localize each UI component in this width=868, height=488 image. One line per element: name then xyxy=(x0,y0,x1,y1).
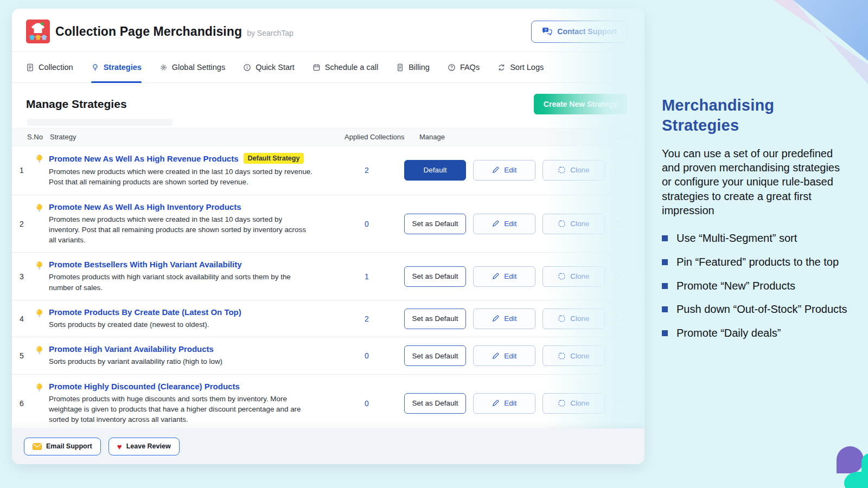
lightbulb-icon xyxy=(35,203,44,246)
clone-button[interactable]: Clone xyxy=(542,309,605,329)
strategy-link[interactable]: Promote Highly Discounted (Clearance) Pr… xyxy=(49,382,240,391)
clone-button[interactable]: Clone xyxy=(542,214,605,234)
app-header: Collection Page Merchandising by SearchT… xyxy=(12,9,644,52)
row-number: 5 xyxy=(12,351,31,360)
app-byline: by SearchTap xyxy=(247,29,293,37)
leave-review-button[interactable]: ♥ Leave Review xyxy=(108,438,180,455)
pencil-icon xyxy=(492,272,500,280)
strategy-link[interactable]: Promote High Variant Availability Produc… xyxy=(49,344,214,354)
document-icon xyxy=(26,63,34,72)
applied-collections-count[interactable]: 0 xyxy=(365,399,369,408)
row-number: 2 xyxy=(12,220,31,228)
set-as-default-button[interactable]: Set as Default xyxy=(404,393,466,414)
sidebar-heading: Merchandising Strategies xyxy=(662,95,849,135)
clone-button[interactable]: Clone xyxy=(542,266,605,287)
strategy-description: Sorts products by created date (newest t… xyxy=(49,319,241,330)
app-logo-icon xyxy=(26,20,50,43)
calendar-icon xyxy=(312,63,321,72)
trash-icon[interactable] xyxy=(613,165,622,175)
trash-icon[interactable] xyxy=(613,314,622,323)
email-support-button[interactable]: Email Support xyxy=(24,438,101,455)
edit-button[interactable]: Edit xyxy=(473,309,535,329)
clone-button[interactable]: Clone xyxy=(542,393,605,414)
lightbulb-icon xyxy=(91,63,99,72)
contact-support-label: Contact Support xyxy=(557,27,617,36)
strategy-link[interactable]: Promote Products By Create Date (Latest … xyxy=(49,307,241,317)
column-header-applied: Applied Collections xyxy=(344,133,419,141)
clone-icon xyxy=(558,272,566,280)
strategy-link[interactable]: Promote Bestsellers With High Variant Av… xyxy=(49,260,242,269)
lightbulb-icon xyxy=(35,382,44,425)
tab-quick-start[interactable]: Quick Start xyxy=(243,52,295,82)
set-as-default-button[interactable]: Set as Default xyxy=(404,345,466,366)
applied-collections-count[interactable]: 2 xyxy=(365,166,369,175)
pencil-icon xyxy=(492,314,500,323)
trash-icon[interactable] xyxy=(613,351,622,361)
lightbulb-icon xyxy=(35,308,44,330)
heart-icon: ♥ xyxy=(117,442,122,451)
app-card: Collection Page Merchandising by SearchT… xyxy=(12,9,644,464)
searchtap-logo-petal-teal xyxy=(844,472,868,488)
strategy-description: Promotes products with huge discounts an… xyxy=(49,394,314,425)
manage-strategies-heading: Manage Strategies xyxy=(26,98,127,111)
sync-icon xyxy=(497,63,506,72)
row-number: 4 xyxy=(12,314,31,323)
set-as-default-button[interactable]: Set as Default xyxy=(404,266,466,287)
default-strategy-badge: Default Strategy xyxy=(244,153,304,164)
scroll-track xyxy=(27,119,173,126)
applied-collections-count[interactable]: 0 xyxy=(365,220,369,228)
clone-icon xyxy=(558,399,566,407)
clone-button[interactable]: Clone xyxy=(542,345,605,366)
edit-button[interactable]: Edit xyxy=(473,160,535,181)
tab-bar: Collection Strategies Global Settings Qu… xyxy=(12,52,644,83)
sidebar-bullet: Push down “Out-of-Stock” Products xyxy=(662,302,849,317)
create-new-strategy-button[interactable]: Create New Strategy xyxy=(534,94,627,114)
applied-collections-count[interactable]: 0 xyxy=(365,351,369,360)
table-row: 2 Promote New As Well As High Inventory … xyxy=(12,195,644,253)
strategy-description: Promotes new products which were created… xyxy=(49,166,314,188)
tab-billing[interactable]: Billing xyxy=(396,52,430,82)
marketing-sidebar: Merchandising Strategies You can use a s… xyxy=(662,95,849,350)
sidebar-bullet-list: Use “Multi-Segment” sort Pin “Featured” … xyxy=(662,231,849,341)
edit-button[interactable]: Edit xyxy=(473,214,535,234)
tab-strategies[interactable]: Strategies xyxy=(91,52,142,82)
tab-faqs[interactable]: FAQs xyxy=(448,52,480,82)
lightbulb-icon xyxy=(35,345,44,367)
corner-ribbon-decoration xyxy=(760,0,868,87)
tab-sort-logs[interactable]: Sort Logs xyxy=(497,52,544,82)
sidebar-bullet: Use “Multi-Segment” sort xyxy=(662,231,849,246)
tab-collection[interactable]: Collection xyxy=(26,52,73,82)
sidebar-bullet: Promote “Daily deals” xyxy=(662,326,849,341)
strategy-link[interactable]: Promote New As Well As High Revenue Prod… xyxy=(49,154,239,163)
svg-text:?: ? xyxy=(545,28,547,32)
applied-collections-count[interactable]: 2 xyxy=(365,314,369,323)
clone-icon xyxy=(558,352,566,360)
contact-support-button[interactable]: ? Contact Support xyxy=(531,21,627,43)
clone-button[interactable]: Clone xyxy=(542,160,605,181)
edit-button[interactable]: Edit xyxy=(473,393,535,414)
default-button[interactable]: Default xyxy=(404,160,466,181)
strategy-link[interactable]: Promote New As Well As High Inventory Pr… xyxy=(49,202,241,211)
strategy-description: Sorts products by variant availability r… xyxy=(49,356,222,367)
info-icon xyxy=(243,63,251,72)
applied-collections-count[interactable]: 1 xyxy=(365,272,369,281)
tab-schedule-a-call[interactable]: Schedule a call xyxy=(312,52,378,82)
tab-global-settings[interactable]: Global Settings xyxy=(159,52,225,82)
trash-icon[interactable] xyxy=(613,272,622,281)
pencil-icon xyxy=(492,220,500,228)
strategy-description: Promotes products with high variant stoc… xyxy=(49,272,314,293)
clone-icon xyxy=(558,166,566,174)
page-title: Collection Page Merchandising xyxy=(55,24,242,39)
envelope-icon xyxy=(33,443,42,450)
set-as-default-button[interactable]: Set as Default xyxy=(404,214,466,234)
trash-icon[interactable] xyxy=(613,219,622,228)
trash-icon[interactable] xyxy=(613,399,622,408)
edit-button[interactable]: Edit xyxy=(473,266,535,287)
column-header-manage: Manage xyxy=(419,133,445,141)
question-icon xyxy=(448,63,456,72)
edit-button[interactable]: Edit xyxy=(473,345,535,366)
searchtap-logo-petal-purple xyxy=(837,446,864,473)
table-row: 1 Promote New As Well As High Revenue Pr… xyxy=(12,146,644,195)
row-number: 1 xyxy=(12,166,31,175)
set-as-default-button[interactable]: Set as Default xyxy=(404,309,466,329)
